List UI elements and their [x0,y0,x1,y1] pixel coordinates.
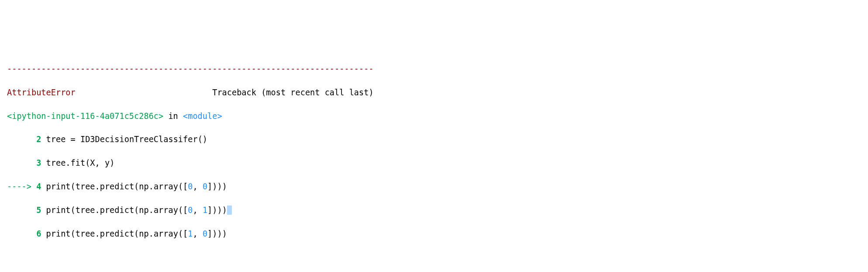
tb-line-2: 2 tree = ID3DecisionTreeClassifer() [7,134,861,146]
tb-header: AttributeError Traceback (most recent ca… [7,87,861,99]
blank [7,252,861,264]
tb-frame-1-header: <ipython-input-116-4a071c5c286c> in <mod… [7,111,861,122]
tb-line-5: 5 print(tree.predict(np.array([0, 1]))) [7,205,861,216]
tb-line-3: 3 tree.fit(X, y) [7,157,861,169]
traceback-output: ----------------------------------------… [7,52,861,272]
tb-line-4-current: ----> 4 print(tree.predict(np.array([0, … [7,181,861,193]
tb-line-6: 6 print(tree.predict(np.array([1, 0]))) [7,228,861,240]
text-selection [227,206,232,215]
tb-separator: ----------------------------------------… [7,63,861,75]
